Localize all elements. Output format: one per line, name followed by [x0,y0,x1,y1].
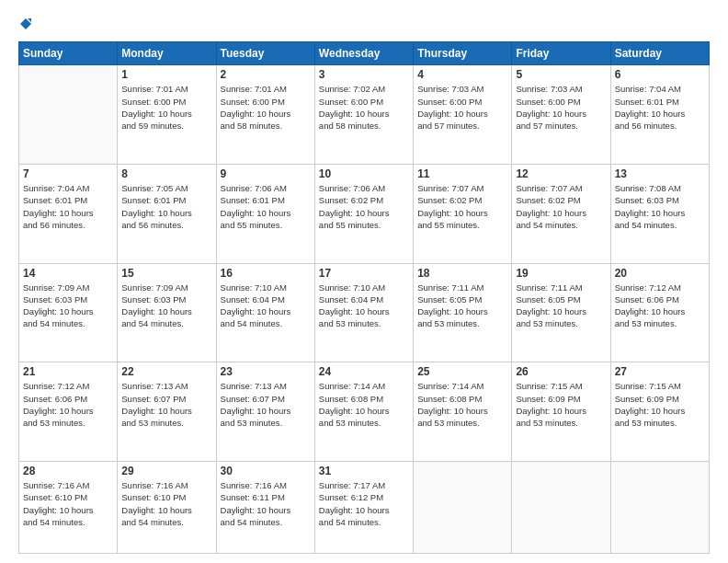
cell-info: Sunrise: 7:16 AMSunset: 6:10 PMDaylight:… [23,479,113,528]
cell-day-number: 22 [121,365,211,378]
cell-day-number: 19 [516,267,606,280]
cell-info: Sunrise: 7:16 AMSunset: 6:10 PMDaylight:… [121,479,211,528]
cell-day-number: 3 [319,68,409,81]
calendar-cell: 15Sunrise: 7:09 AMSunset: 6:03 PMDayligh… [118,263,216,362]
calendar-cell: 13Sunrise: 7:08 AMSunset: 6:03 PMDayligh… [610,164,709,263]
calendar-cell: 11Sunrise: 7:07 AMSunset: 6:02 PMDayligh… [414,164,512,263]
cell-day-number: 13 [615,167,705,180]
cell-day-number: 29 [121,465,211,477]
calendar-cell: 7Sunrise: 7:04 AMSunset: 6:01 PMDaylight… [19,164,118,263]
cell-day-number: 24 [319,365,409,378]
calendar-cell: 22Sunrise: 7:13 AMSunset: 6:07 PMDayligh… [118,362,216,462]
cell-info: Sunrise: 7:10 AMSunset: 6:04 PMDaylight:… [319,282,409,330]
calendar-cell [414,461,512,553]
calendar-cell: 28Sunrise: 7:16 AMSunset: 6:10 PMDayligh… [19,461,118,553]
cell-day-number: 8 [121,167,211,180]
cell-day-number: 27 [615,365,705,378]
cell-day-number: 15 [121,267,211,280]
calendar-cell: 27Sunrise: 7:15 AMSunset: 6:09 PMDayligh… [610,362,709,462]
calendar-cell: 19Sunrise: 7:11 AMSunset: 6:05 PMDayligh… [512,263,610,362]
calendar-cell [610,461,709,553]
cell-info: Sunrise: 7:12 AMSunset: 6:06 PMDaylight:… [615,282,705,330]
logo-icon [19,17,32,30]
calendar-week-row: 7Sunrise: 7:04 AMSunset: 6:01 PMDaylight… [19,164,710,263]
cell-info: Sunrise: 7:07 AMSunset: 6:02 PMDaylight:… [516,182,606,231]
cell-info: Sunrise: 7:10 AMSunset: 6:04 PMDaylight:… [221,282,311,330]
cell-info: Sunrise: 7:11 AMSunset: 6:05 PMDaylight:… [516,282,606,330]
cell-info: Sunrise: 7:04 AMSunset: 6:01 PMDaylight:… [615,83,705,132]
cell-day-number: 12 [516,167,606,180]
cell-day-number: 4 [417,68,507,81]
cell-day-number: 28 [23,465,113,477]
calendar-header-row: Sunday Monday Tuesday Wednesday Thursday… [19,42,710,65]
col-monday: Monday [118,42,216,65]
calendar-week-row: 1Sunrise: 7:01 AMSunset: 6:00 PMDaylight… [19,65,710,165]
cell-info: Sunrise: 7:14 AMSunset: 6:08 PMDaylight:… [319,380,409,429]
cell-day-number: 14 [23,267,113,280]
col-thursday: Thursday [414,42,512,65]
cell-info: Sunrise: 7:14 AMSunset: 6:08 PMDaylight:… [417,380,507,429]
cell-day-number: 10 [319,167,409,180]
cell-info: Sunrise: 7:01 AMSunset: 6:00 PMDaylight:… [221,83,311,132]
cell-day-number: 16 [221,267,311,280]
cell-day-number: 5 [516,68,606,81]
cell-info: Sunrise: 7:08 AMSunset: 6:03 PMDaylight:… [615,182,705,231]
calendar-cell: 14Sunrise: 7:09 AMSunset: 6:03 PMDayligh… [19,263,118,362]
calendar-cell: 24Sunrise: 7:14 AMSunset: 6:08 PMDayligh… [314,362,413,462]
cell-info: Sunrise: 7:15 AMSunset: 6:09 PMDaylight:… [516,380,606,429]
calendar-cell: 17Sunrise: 7:10 AMSunset: 6:04 PMDayligh… [314,263,413,362]
col-wednesday: Wednesday [314,42,413,65]
cell-day-number: 25 [417,365,507,378]
col-sunday: Sunday [19,42,118,65]
calendar-cell: 9Sunrise: 7:06 AMSunset: 6:01 PMDaylight… [216,164,314,263]
cell-day-number: 30 [221,465,311,477]
cell-info: Sunrise: 7:09 AMSunset: 6:03 PMDaylight:… [23,282,113,330]
col-saturday: Saturday [610,42,709,65]
calendar-cell [512,461,610,553]
cell-info: Sunrise: 7:06 AMSunset: 6:02 PMDaylight:… [319,182,409,231]
cell-info: Sunrise: 7:05 AMSunset: 6:01 PMDaylight:… [121,182,211,231]
calendar-cell: 29Sunrise: 7:16 AMSunset: 6:10 PMDayligh… [118,461,216,553]
calendar-cell: 18Sunrise: 7:11 AMSunset: 6:05 PMDayligh… [414,263,512,362]
col-tuesday: Tuesday [216,42,314,65]
calendar-week-row: 28Sunrise: 7:16 AMSunset: 6:10 PMDayligh… [19,461,710,553]
cell-day-number: 21 [23,365,113,378]
calendar-cell: 4Sunrise: 7:03 AMSunset: 6:00 PMDaylight… [414,65,512,165]
col-friday: Friday [512,42,610,65]
cell-info: Sunrise: 7:02 AMSunset: 6:00 PMDaylight:… [319,83,409,132]
cell-day-number: 18 [417,267,507,280]
cell-info: Sunrise: 7:11 AMSunset: 6:05 PMDaylight:… [417,282,507,330]
cell-day-number: 11 [417,167,507,180]
calendar-cell: 20Sunrise: 7:12 AMSunset: 6:06 PMDayligh… [610,263,709,362]
calendar-cell: 3Sunrise: 7:02 AMSunset: 6:00 PMDaylight… [314,65,413,165]
cell-info: Sunrise: 7:09 AMSunset: 6:03 PMDaylight:… [121,282,211,330]
calendar-cell: 31Sunrise: 7:17 AMSunset: 6:12 PMDayligh… [314,461,413,553]
cell-info: Sunrise: 7:07 AMSunset: 6:02 PMDaylight:… [417,182,507,231]
calendar-cell: 2Sunrise: 7:01 AMSunset: 6:00 PMDaylight… [216,65,314,165]
calendar-cell: 5Sunrise: 7:03 AMSunset: 6:00 PMDaylight… [512,65,610,165]
cell-info: Sunrise: 7:13 AMSunset: 6:07 PMDaylight:… [121,380,211,429]
calendar-cell: 21Sunrise: 7:12 AMSunset: 6:06 PMDayligh… [19,362,118,462]
calendar-cell [19,65,118,165]
cell-info: Sunrise: 7:03 AMSunset: 6:00 PMDaylight:… [516,83,606,132]
calendar-cell: 16Sunrise: 7:10 AMSunset: 6:04 PMDayligh… [216,263,314,362]
cell-day-number: 31 [319,465,409,477]
cell-day-number: 9 [221,167,311,180]
header [18,17,710,32]
cell-info: Sunrise: 7:12 AMSunset: 6:06 PMDaylight:… [23,380,113,429]
cell-info: Sunrise: 7:15 AMSunset: 6:09 PMDaylight:… [615,380,705,429]
cell-info: Sunrise: 7:04 AMSunset: 6:01 PMDaylight:… [23,182,113,231]
calendar-cell: 6Sunrise: 7:04 AMSunset: 6:01 PMDaylight… [610,65,709,165]
calendar-cell: 1Sunrise: 7:01 AMSunset: 6:00 PMDaylight… [118,65,216,165]
calendar-cell: 26Sunrise: 7:15 AMSunset: 6:09 PMDayligh… [512,362,610,462]
cell-day-number: 1 [121,68,211,81]
calendar-cell: 8Sunrise: 7:05 AMSunset: 6:01 PMDaylight… [118,164,216,263]
cell-day-number: 17 [319,267,409,280]
cell-day-number: 6 [615,68,705,81]
cell-day-number: 26 [516,365,606,378]
cell-day-number: 23 [221,365,311,378]
cell-day-number: 7 [23,167,113,180]
logo [18,17,32,32]
cell-info: Sunrise: 7:06 AMSunset: 6:01 PMDaylight:… [221,182,311,231]
cell-info: Sunrise: 7:17 AMSunset: 6:12 PMDaylight:… [319,479,409,528]
